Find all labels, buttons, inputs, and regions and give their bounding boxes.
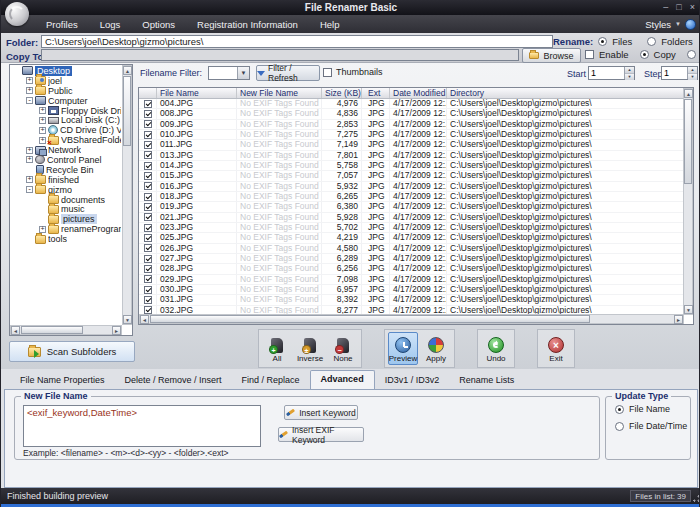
- expand-icon[interactable]: +: [26, 176, 33, 183]
- scroll-up-icon[interactable]: ▲: [123, 66, 132, 75]
- expand-icon[interactable]: +: [39, 137, 46, 144]
- filter-refresh-button[interactable]: Filter / Refresh: [256, 65, 320, 81]
- tree-item-floppy-disk-drive-a[interactable]: +Floppy Disk Drive (A:): [11, 106, 121, 116]
- row-checkbox[interactable]: [144, 110, 152, 118]
- row-checkbox[interactable]: [144, 131, 152, 139]
- tree-item-music[interactable]: music: [11, 204, 121, 214]
- start-input[interactable]: [589, 67, 624, 79]
- table-row[interactable]: 025.JPGNo EXIF Tags Found4,219JPG4/17/20…: [139, 233, 683, 243]
- radio-file-name[interactable]: [615, 405, 624, 414]
- row-checkbox[interactable]: [144, 224, 152, 232]
- table-row[interactable]: 004.JPGNo EXIF Tags Found4,976JPG4/17/20…: [139, 99, 683, 109]
- rename-folders-radio[interactable]: [647, 37, 656, 46]
- row-checkbox[interactable]: [144, 203, 152, 211]
- tree-item-gizmo[interactable]: -gizmo: [11, 185, 121, 195]
- all-button[interactable]: +All: [262, 332, 292, 365]
- spinner-arrows[interactable]: ▲▼: [624, 67, 634, 79]
- tree-item-public[interactable]: +Public: [11, 86, 121, 96]
- row-checkbox[interactable]: [144, 244, 152, 252]
- table-row[interactable]: 028.JPGNo EXIF Tags Found6,256JPG4/17/20…: [139, 264, 683, 274]
- insert-exif-keyword-button[interactable]: Insert EXIF Keyword: [278, 427, 364, 442]
- copy-radio[interactable]: [640, 50, 649, 59]
- dropdown-arrow-icon[interactable]: ▼: [237, 67, 249, 79]
- move-radio[interactable]: [687, 50, 696, 59]
- row-checkbox[interactable]: [144, 151, 152, 159]
- table-horizontal-scrollbar[interactable]: ◄ ►: [139, 314, 684, 324]
- rename-files-radio[interactable]: [598, 37, 607, 46]
- update-type-option[interactable]: File Name: [615, 404, 690, 414]
- tree-vertical-scrollbar[interactable]: ▲ ▼: [122, 65, 132, 325]
- column-header-file-name[interactable]: File Name: [157, 88, 237, 98]
- tree-item-joel[interactable]: +joel: [11, 76, 121, 86]
- row-checkbox[interactable]: [144, 286, 152, 294]
- row-checkbox[interactable]: [144, 193, 152, 201]
- expand-icon[interactable]: +: [26, 147, 33, 154]
- none-button[interactable]: −None: [328, 332, 358, 365]
- row-checkbox[interactable]: [144, 213, 152, 221]
- tree-item-desktop[interactable]: Desktop: [11, 66, 121, 76]
- collapse-icon[interactable]: -: [26, 97, 33, 104]
- scrollbar-thumb[interactable]: [123, 76, 131, 146]
- expand-icon[interactable]: +: [39, 107, 46, 114]
- expand-icon[interactable]: +: [26, 87, 33, 94]
- insert-keyword-button[interactable]: Insert Keyword: [284, 405, 358, 420]
- tree-item-local-disk-c[interactable]: +Local Disk (C:): [11, 115, 121, 125]
- new-file-name-pattern-input[interactable]: <exif_keyword,DateTime>: [23, 405, 261, 447]
- table-row[interactable]: 019.JPGNo EXIF Tags Found6,380JPG4/17/20…: [139, 202, 683, 212]
- tree-item-renameprograms[interactable]: +renamePrograms: [11, 224, 121, 234]
- expand-icon[interactable]: +: [39, 117, 46, 124]
- menu-item-profiles[interactable]: Profiles: [37, 17, 87, 32]
- spinner-arrows[interactable]: ▲▼: [687, 67, 697, 79]
- table-row[interactable]: 029.JPGNo EXIF Tags Found7,098JPG4/17/20…: [139, 275, 683, 285]
- scroll-left-icon[interactable]: ◄: [140, 315, 149, 324]
- tree-item-tools[interactable]: tools: [11, 234, 121, 244]
- tab-file-name-properties[interactable]: File Name Properties: [10, 372, 115, 389]
- tree-item-computer[interactable]: -Computer: [11, 96, 121, 106]
- table-row[interactable]: 027.JPGNo EXIF Tags Found6,289JPG4/17/20…: [139, 254, 683, 264]
- column-header-directory[interactable]: Directory: [447, 88, 683, 98]
- browse-button[interactable]: Browse: [522, 48, 581, 63]
- expand-icon[interactable]: +: [26, 77, 33, 84]
- column-header-date-modified[interactable]: Date Modified: [390, 88, 447, 98]
- row-checkbox[interactable]: [144, 100, 152, 108]
- table-row[interactable]: 016.JPGNo EXIF Tags Found5,932JPG4/17/20…: [139, 182, 683, 192]
- row-checkbox[interactable]: [144, 141, 152, 149]
- row-checkbox[interactable]: [144, 306, 152, 314]
- row-checkbox[interactable]: [144, 265, 152, 273]
- step-input[interactable]: [662, 67, 687, 79]
- table-row[interactable]: 009.JPGNo EXIF Tags Found2,853JPG4/17/20…: [139, 120, 683, 130]
- undo-button[interactable]: Undo: [481, 332, 511, 365]
- table-row[interactable]: 031.JPGNo EXIF Tags Found8,392JPG4/17/20…: [139, 295, 683, 305]
- scan-subfolders-button[interactable]: Scan Subfolders: [9, 341, 135, 362]
- row-checkbox[interactable]: [144, 234, 152, 242]
- tab-find-replace[interactable]: Find / Replace: [232, 372, 310, 389]
- tab-delete-remove-insert[interactable]: Delete / Remove / Insert: [115, 372, 232, 389]
- update-type-option[interactable]: File Date/Time: [615, 421, 690, 431]
- help-globe-icon[interactable]: [685, 19, 696, 30]
- copy-to-input[interactable]: [41, 49, 519, 61]
- radio-file-date-time[interactable]: [615, 422, 624, 431]
- enable-checkbox[interactable]: [585, 50, 594, 59]
- scroll-right-icon[interactable]: ►: [674, 315, 683, 324]
- tree-item-network[interactable]: +Network: [11, 145, 121, 155]
- tree-item-control-panel[interactable]: +Control Panel: [11, 155, 121, 165]
- scrollbar-thumb[interactable]: [150, 315, 590, 323]
- menu-item-registration-information[interactable]: Registration Information: [188, 17, 307, 32]
- table-vertical-scrollbar[interactable]: ▲ ▼: [683, 88, 693, 315]
- column-header-ext[interactable]: Ext: [362, 88, 390, 98]
- table-row[interactable]: 013.JPGNo EXIF Tags Found7,801JPG4/17/20…: [139, 151, 683, 161]
- table-row[interactable]: 023.JPGNo EXIF Tags Found5,702JPG4/17/20…: [139, 223, 683, 233]
- row-checkbox[interactable]: [144, 172, 152, 180]
- tree-item-pictures[interactable]: pictures: [11, 214, 121, 224]
- styles-menu[interactable]: Styles ▼: [645, 15, 696, 33]
- close-button[interactable]: ×: [690, 1, 695, 14]
- tab-rename-lists[interactable]: Rename Lists: [449, 372, 524, 389]
- tab-advanced[interactable]: Advanced: [310, 370, 375, 389]
- scrollbar-thumb[interactable]: [684, 99, 692, 184]
- folder-input[interactable]: [41, 35, 553, 48]
- menu-item-help[interactable]: Help: [311, 17, 349, 32]
- scroll-down-icon[interactable]: ▼: [684, 305, 693, 314]
- table-row[interactable]: 018.JPGNo EXIF Tags Found6,265JPG4/17/20…: [139, 192, 683, 202]
- menu-item-logs[interactable]: Logs: [91, 17, 130, 32]
- exit-button[interactable]: Exit: [541, 332, 571, 365]
